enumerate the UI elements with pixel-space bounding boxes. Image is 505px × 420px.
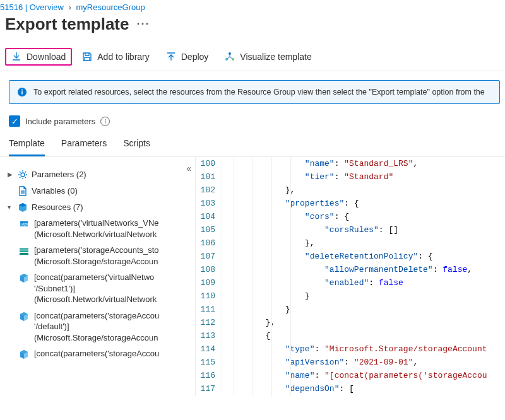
visualize-template-button[interactable]: Visualize template	[218, 48, 318, 66]
code-line: 117 "dependsOn": [	[196, 382, 505, 395]
breadcrumb-item-resourcegroup[interactable]: myResourceGroup	[76, 3, 145, 12]
code-line: 109 "enabled": false	[196, 276, 505, 289]
toolbar: Download Add to library Deploy Visualize…	[0, 45, 505, 71]
code-line: 115 "apiVersion": "2021-09-01",	[196, 356, 505, 369]
more-icon[interactable]: ···	[137, 18, 150, 31]
add-to-library-button[interactable]: Add to library	[76, 48, 155, 66]
svg-point-6	[21, 173, 25, 177]
breadcrumb: 51516 | Overview › myResourceGroup	[0, 0, 505, 13]
breadcrumb-item-overview[interactable]: 51516 | Overview	[0, 3, 64, 12]
code-line: 113 {	[196, 329, 505, 342]
code-line: 107 "deleteRetentionPolicy": {	[196, 250, 505, 263]
code-line: 110 }	[196, 289, 505, 303]
collapse-pane-icon[interactable]: «	[186, 163, 191, 173]
tabs: Template Parameters Scripts	[0, 133, 505, 156]
gear-icon	[18, 170, 28, 180]
content-split: « ▶ Parameters (2) Variables (0) ▾ Resou…	[0, 156, 505, 396]
page-title: Export template ···	[5, 15, 505, 34]
code-line: 112 },	[196, 316, 505, 329]
tree-resource-item[interactable]: [concat(parameters('virtualNetwo'/Subnet…	[19, 269, 195, 308]
code-line: 102 },	[196, 184, 505, 197]
tab-parameters[interactable]: Parameters	[61, 133, 107, 156]
info-banner: To export related resources, select the …	[9, 80, 500, 104]
info-icon	[17, 87, 27, 97]
chevron-right-icon: ▶	[8, 171, 14, 178]
chevron-right-icon: ›	[69, 3, 71, 12]
code-line: 100 "name": "Standard_LRS",	[196, 157, 505, 170]
code-line: 111 }	[196, 303, 505, 316]
tree-resource-item[interactable]: [concat(parameters('storageAccou	[19, 346, 195, 362]
code-line: 116 "name": "[concat(parameters('storage…	[196, 369, 505, 382]
tree-resource-item[interactable]: </>[parameters('virtualNetworks_VNe(Micr…	[19, 215, 195, 242]
save-icon	[82, 52, 92, 62]
tree-pane: « ▶ Parameters (2) Variables (0) ▾ Resou…	[0, 157, 196, 396]
download-button[interactable]: Download	[5, 48, 72, 66]
code-line: 114 "type": "Microsoft.Storage/storageAc…	[196, 342, 505, 356]
tree-node-variables[interactable]: Variables (0)	[6, 182, 195, 199]
help-icon[interactable]: i	[100, 117, 110, 126]
document-icon	[18, 186, 28, 196]
include-parameters-label: Include parameters	[25, 117, 95, 126]
download-icon	[11, 52, 21, 62]
include-parameters-row: ✓ Include parameters i	[0, 113, 505, 133]
svg-rect-4	[21, 91, 23, 95]
code-line: 106 },	[196, 236, 505, 250]
include-parameters-checkbox[interactable]: ✓	[9, 115, 20, 127]
info-message: To export related resources, select the …	[33, 88, 485, 96]
tree-node-resources[interactable]: ▾ Resources (7)	[6, 199, 195, 215]
tree-node-parameters[interactable]: ▶ Parameters (2)	[6, 166, 195, 182]
code-editor[interactable]: 100 "name": "Standard_LRS",101 "tier": "…	[196, 157, 505, 396]
code-line: 108 "allowPermanentDelete": false,	[196, 263, 505, 276]
code-line: 104 "cors": {	[196, 210, 505, 223]
tab-scripts[interactable]: Scripts	[123, 133, 150, 156]
upload-icon	[166, 52, 176, 62]
svg-rect-9	[20, 250, 28, 252]
svg-point-0	[229, 52, 231, 55]
svg-point-5	[21, 90, 23, 91]
code-line: 105 "corsRules": []	[196, 223, 505, 236]
tab-template[interactable]: Template	[9, 133, 45, 156]
chevron-down-icon: ▾	[8, 204, 14, 211]
svg-text:</>: </>	[22, 222, 28, 226]
svg-rect-10	[20, 253, 28, 255]
cube-icon	[18, 202, 28, 213]
tree-resource-item[interactable]: [concat(parameters('storageAccou'/defaul…	[19, 308, 195, 346]
code-line: 103 "properties": {	[196, 197, 505, 210]
tree-resource-item[interactable]: [parameters('storageAccounts_sto(Microso…	[19, 242, 195, 269]
code-line: 101 "tier": "Standard"	[196, 170, 505, 184]
svg-rect-8	[20, 248, 28, 250]
deploy-button[interactable]: Deploy	[160, 48, 215, 66]
visualize-icon	[225, 52, 235, 62]
